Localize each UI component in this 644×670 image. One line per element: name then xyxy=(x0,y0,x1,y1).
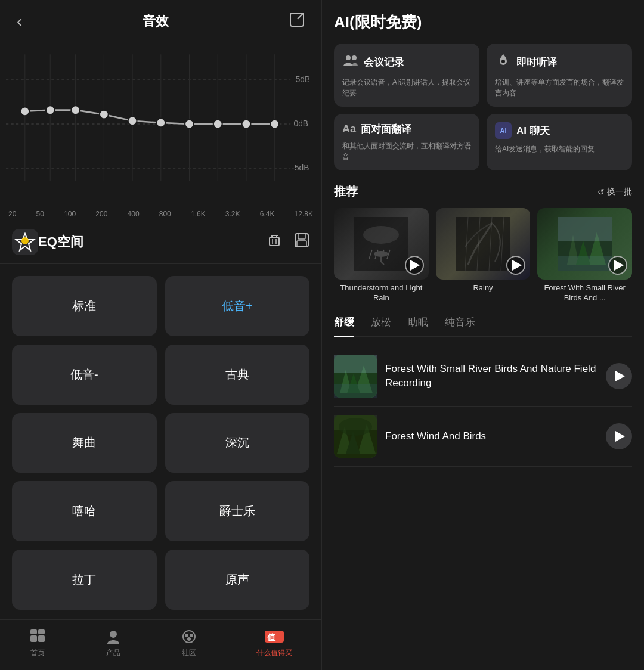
nav-home[interactable]: 首页 xyxy=(29,628,46,658)
preset-bass-minus[interactable]: 低音- xyxy=(12,345,157,405)
thumb-img-thunderstorm xyxy=(334,208,429,280)
meeting-title: 会议记录 xyxy=(364,55,404,69)
svg-point-20 xyxy=(156,118,165,127)
svg-point-44 xyxy=(110,631,117,638)
preset-standard[interactable]: 标准 xyxy=(12,276,157,336)
left-header: ‹ 音效 xyxy=(0,0,321,41)
tab-soothe[interactable]: 舒缓 xyxy=(334,315,354,329)
face-translate-icon: Aa xyxy=(342,123,356,135)
right-panel: AI(限时免费) 会议记录 记录会议语音，AI识别讲话人，提取会议纪要 xyxy=(322,0,644,670)
save-button[interactable] xyxy=(294,232,309,252)
preset-classical[interactable]: 古典 xyxy=(165,345,310,405)
recommend-header: 推荐 ↺ 换一批 xyxy=(334,184,632,200)
nav-home-label: 首页 xyxy=(30,648,45,658)
thumb-label-forest: Forest With Small River Birds And ... xyxy=(537,283,632,303)
face-translate-title: 面对面翻译 xyxy=(361,122,411,136)
tab-sleep[interactable]: 助眠 xyxy=(408,315,428,329)
products-icon xyxy=(105,628,122,645)
export-button[interactable] xyxy=(289,12,305,31)
thumb-label-rainy: Rainy xyxy=(436,283,531,293)
svg-rect-73 xyxy=(558,217,612,241)
svg-point-52 xyxy=(352,55,357,60)
freq-400: 400 xyxy=(128,210,140,218)
preset-deep[interactable]: 深沉 xyxy=(165,413,310,473)
ai-card-face[interactable]: Aa 面对面翻译 和其他人面对面交流时，互相翻译对方语音 xyxy=(334,114,479,170)
ai-section-title: AI(限时免费) xyxy=(334,12,632,33)
category-tabs: 舒缓 放松 助眠 纯音乐 xyxy=(334,315,632,337)
thumbnail-row: Thunderstorm and Light Rain xyxy=(334,208,632,303)
tab-relax[interactable]: 放松 xyxy=(371,315,391,329)
freq-6k4: 6.4K xyxy=(260,210,275,218)
svg-point-21 xyxy=(185,120,194,129)
svg-rect-40 xyxy=(30,635,37,642)
svg-point-15 xyxy=(20,107,29,116)
svg-rect-38 xyxy=(298,234,305,239)
svg-point-24 xyxy=(270,120,279,129)
song-thumb-1 xyxy=(334,355,377,398)
song-list: Forest With Small River Birds And Nature… xyxy=(334,346,632,670)
play-button-forest[interactable] xyxy=(608,256,627,275)
svg-rect-74 xyxy=(558,256,612,271)
svg-rect-41 xyxy=(38,635,45,642)
nav-community[interactable]: 社区 xyxy=(181,628,197,658)
freq-20: 20 xyxy=(8,210,16,218)
freq-12k8: 12.8K xyxy=(295,210,313,218)
ai-cards: 会议记录 记录会议语音，AI识别讲话人，提取会议纪要 即时听译 培训、讲座等单方… xyxy=(334,44,632,170)
eq-chart[interactable]: 5dB 0dB -5dB xyxy=(0,41,321,207)
svg-point-47 xyxy=(190,634,193,637)
ai-card-chat[interactable]: AI AI 聊天 给AI发送消息，获取智能的回复 xyxy=(487,114,632,170)
ai-card-meeting[interactable]: 会议记录 记录会议语音，AI识别讲话人，提取会议纪要 xyxy=(334,44,479,107)
song-item-2[interactable]: Forest Wind And Birds xyxy=(334,407,632,467)
thumb-thunderstorm[interactable]: Thunderstorm and Light Rain xyxy=(334,208,429,303)
freq-1k6: 1.6K xyxy=(191,210,206,218)
preset-acoustic[interactable]: 原声 xyxy=(165,550,310,610)
svg-point-51 xyxy=(346,55,351,60)
refresh-button[interactable]: ↺ 换一批 xyxy=(597,187,632,197)
svg-point-46 xyxy=(185,634,188,637)
svg-point-48 xyxy=(187,637,191,641)
rtranslate-title: 即时听译 xyxy=(516,55,557,69)
preset-bass-plus[interactable]: 低音+ xyxy=(165,276,310,336)
ai-card-translate[interactable]: 即时听译 培训、讲座等单方面发言的场合，翻译发言内容 xyxy=(487,44,632,107)
svg-rect-79 xyxy=(334,355,377,373)
nav-deals[interactable]: 值 什么值得买 xyxy=(256,628,292,658)
song-item-1[interactable]: Forest With Small River Birds And Nature… xyxy=(334,346,632,407)
meeting-icon xyxy=(342,52,359,72)
nav-products[interactable]: 产品 xyxy=(105,628,122,658)
svg-point-23 xyxy=(242,120,251,129)
bottom-nav: 首页 产品 社区 值 什么值得买 xyxy=(0,619,321,670)
svg-text:0dB: 0dB xyxy=(293,119,308,128)
freq-3k2: 3.2K xyxy=(225,210,240,218)
thumb-forest[interactable]: Forest With Small River Birds And ... xyxy=(537,208,632,303)
thumb-img-rainy xyxy=(436,208,531,280)
nav-products-label: 产品 xyxy=(106,648,120,658)
meeting-desc: 记录会议语音，AI识别讲话人，提取会议纪要 xyxy=(342,77,471,98)
svg-rect-42 xyxy=(30,629,37,634)
preset-hiphop[interactable]: 嘻哈 xyxy=(12,481,157,541)
tab-pure[interactable]: 纯音乐 xyxy=(445,315,475,329)
svg-rect-31 xyxy=(270,237,279,246)
preset-latin[interactable]: 拉丁 xyxy=(12,550,157,610)
back-button[interactable]: ‹ xyxy=(17,12,22,31)
svg-point-17 xyxy=(71,106,80,114)
play-triangle-1 xyxy=(615,371,625,381)
preset-dance[interactable]: 舞曲 xyxy=(12,413,157,473)
home-icon xyxy=(29,628,46,645)
refresh-icon: ↺ xyxy=(597,187,605,197)
recommend-title: 推荐 xyxy=(334,184,358,200)
nav-deals-label: 什么值得买 xyxy=(256,648,292,658)
freq-labels: 20 50 100 200 400 800 1.6K 3.2K 6.4K 12.… xyxy=(0,210,321,218)
delete-button[interactable] xyxy=(267,232,282,252)
play-button-thunderstorm[interactable] xyxy=(405,256,424,275)
thumb-rainy[interactable]: Rainy xyxy=(436,208,531,303)
svg-rect-43 xyxy=(38,629,45,634)
svg-point-86 xyxy=(339,418,372,436)
svg-rect-64 xyxy=(456,217,510,271)
thumb-img-forest xyxy=(537,208,632,280)
song-play-2[interactable] xyxy=(606,423,632,449)
song-thumb-2 xyxy=(334,415,377,458)
preset-jazz[interactable]: 爵士乐 xyxy=(165,481,310,541)
song-play-1[interactable] xyxy=(606,363,632,389)
song-title-1: Forest With Small River Birds And Nature… xyxy=(385,363,596,389)
play-button-rainy[interactable] xyxy=(506,256,525,275)
